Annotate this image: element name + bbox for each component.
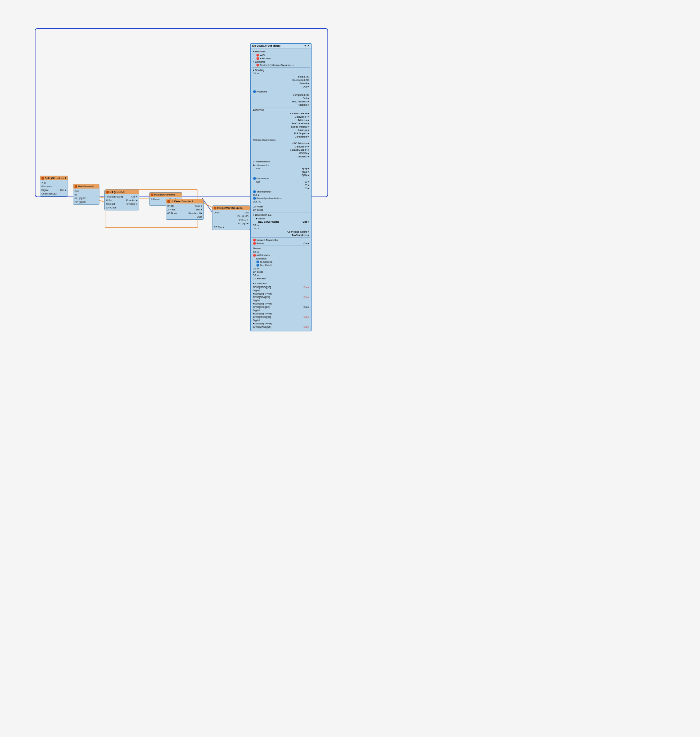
toggle-node[interactable]: 1:1 (pt-1pt-1) Toggle(Enable) Out ● Л Se… — [104, 189, 139, 210]
wires-layer — [0, 0, 700, 737]
canvas: Split (Structure 1 ● In Elements Digital… — [0, 0, 700, 737]
pulse-gen-header: PulseGenerator1 — [150, 192, 182, 197]
infrared-button-section: 🔴 Infrared Transmitter 🔴 Button Out● — [251, 238, 310, 246]
grove-section: Grove 0Л In 🔴 M5Z8 Matrix Elements 🔵 To … — [251, 246, 310, 281]
device-section: ● Sending 0Л In Failed ЛC Succeeded ЛC P… — [251, 68, 310, 89]
multisource-header: MultiSource1 — [73, 184, 99, 189]
split-node[interactable]: Split (Structure 1 ● In Elements Digital… — [40, 176, 68, 197]
multisource-node[interactable]: MultiSource1 Out In Pin [0] ЛC Pin [1] Л… — [73, 184, 99, 205]
integer-multi-header: IntegerMultiSource1 — [212, 206, 250, 210]
split-node-header: Split (Structure 1 — [40, 176, 68, 180]
integer-multi-node[interactable]: IntegerMultiSource1 0● In Out Pin [0] ЛC… — [212, 206, 250, 230]
received-section: 🔵 Received Completed ЛC Out ● MACAddress… — [251, 89, 310, 107]
ble-section: ▸ Bluetooth LE ▸ Server BLE Server Seria… — [251, 213, 310, 238]
orientation-section: 5: Orientation Accelerometer Out X(G) ● … — [251, 159, 310, 204]
gpio-section: ▸ Channels GPIO[MOSI][19] Out● Digital ●… — [251, 281, 310, 329]
reset-clock-section: 0Л Reset CЛ Clock — [251, 204, 310, 213]
toggle-header: 1:1 (pt-1pt-1) — [105, 190, 139, 194]
ethernet-section: Ethernet Subnet Mask IP● Gateway IP● Add… — [251, 107, 310, 159]
modules-section: ▸ Modules 🔴 WiFi 🔴 ESP-Now ▸ Elements 🔴 … — [251, 49, 310, 68]
main-panel[interactable]: M5 Stack ATOM Matrix ✎ ✕ ▸ Modules 🔴 WiF… — [250, 43, 312, 331]
main-panel-header: M5 Stack ATOM Matrix ✎ ✕ — [251, 44, 311, 48]
counter-node[interactable]: UpDownCounter1 0Л Up Max ● Л Reset Min ●… — [166, 199, 204, 220]
counter-header: UpDownCounter1 — [166, 199, 203, 204]
